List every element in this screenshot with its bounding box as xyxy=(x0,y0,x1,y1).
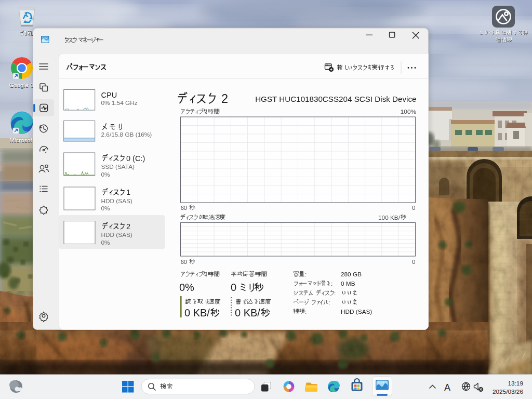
svg-text:Google C: Google C xyxy=(9,82,34,88)
svg-text:0: 0 xyxy=(184,258,188,265)
svg-text:CPU: CPU xyxy=(101,91,117,99)
svg-text:A: A xyxy=(444,382,450,393)
svg-text::: : xyxy=(305,271,307,278)
svg-text:Microsof: Microsof xyxy=(9,137,32,143)
svg-text:0 KB/: 0 KB/ xyxy=(235,307,260,318)
svg-text::: : xyxy=(334,289,336,297)
svg-text:0: 0 xyxy=(412,258,416,265)
svg-text:0 KB/: 0 KB/ xyxy=(184,307,210,318)
svg-text:13:19: 13:19 xyxy=(508,380,523,387)
svg-text:0 (C:): 0 (C:) xyxy=(126,154,145,163)
svg-text::: : xyxy=(328,299,330,306)
svg-text:2: 2 xyxy=(126,222,130,231)
svg-text:1: 1 xyxy=(126,188,130,196)
svg-text:SSD (SATA): SSD (SATA) xyxy=(101,163,135,170)
svg-text:0%: 0% xyxy=(101,239,111,246)
svg-text:280 GB: 280 GB xyxy=(341,271,362,278)
svg-text:0%: 0% xyxy=(101,205,111,212)
svg-text:0%: 0% xyxy=(179,282,194,293)
svg-text:0: 0 xyxy=(412,204,416,211)
svg-text:2.6/15.8 GB (16%): 2.6/15.8 GB (16%) xyxy=(101,131,152,138)
svg-text:2: 2 xyxy=(221,92,228,105)
svg-text:HGST HUC101830CSS204 SCSI Disk: HGST HUC101830CSS204 SCSI Disk Device xyxy=(255,95,416,103)
svg-text:HDD (SAS): HDD (SAS) xyxy=(101,197,132,205)
svg-text:100%: 100% xyxy=(401,108,417,115)
svg-text:0: 0 xyxy=(231,282,236,293)
svg-text:0: 0 xyxy=(184,204,188,211)
svg-text:HDD (SAS): HDD (SAS) xyxy=(101,231,132,238)
svg-text::: : xyxy=(305,308,307,315)
svg-text:2025/03/26: 2025/03/26 xyxy=(493,388,523,395)
svg-text:HDD (SAS): HDD (SAS) xyxy=(341,308,372,315)
svg-text:0% 1.54 GHz: 0% 1.54 GHz xyxy=(101,99,138,107)
svg-text:100 KB/: 100 KB/ xyxy=(378,214,401,221)
svg-text:0%: 0% xyxy=(101,171,111,178)
svg-text::: : xyxy=(331,280,332,287)
svg-text:0 MB: 0 MB xyxy=(341,280,355,287)
